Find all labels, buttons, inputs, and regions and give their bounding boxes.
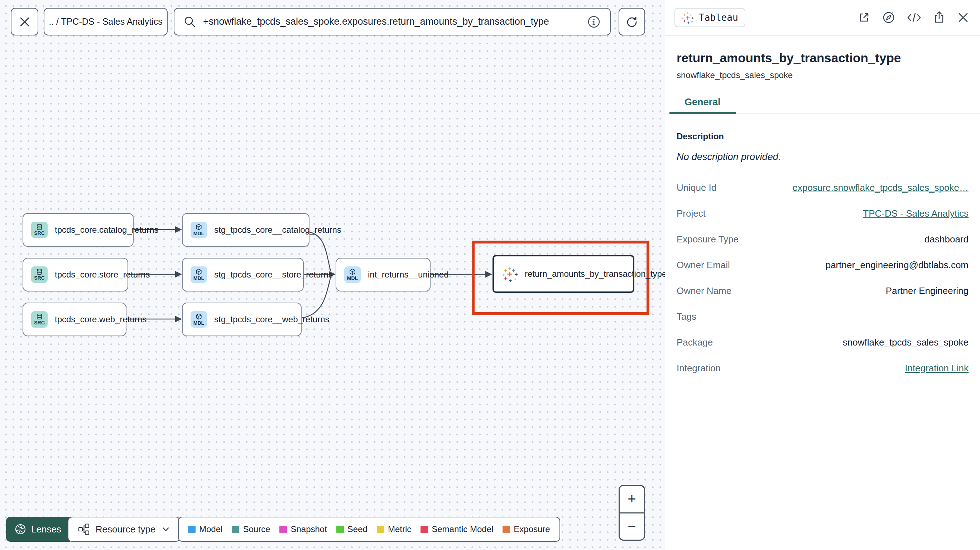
code-button[interactable] xyxy=(907,11,921,24)
cube-icon xyxy=(196,313,202,320)
resource-type-label: Resource type xyxy=(95,524,156,535)
model-badge: MDL xyxy=(344,266,361,283)
search-input[interactable] xyxy=(203,16,580,27)
project-link[interactable]: TPC-DS - Sales Analytics xyxy=(863,208,969,219)
integration-link[interactable]: Integration Link xyxy=(905,363,969,374)
node-stg-store-returns[interactable]: MDL stg_tpcds_core__store_returns xyxy=(182,258,304,291)
node-source-web-returns[interactable]: SRC tpcds_core.web_returns xyxy=(22,302,126,336)
lineage-canvas[interactable]: .. / TPC-DS - Sales Analytics SRC t xyxy=(0,0,665,550)
database-icon xyxy=(36,224,43,230)
field-row-exposure-type: Exposure Type dashboard xyxy=(677,226,969,252)
code-icon xyxy=(907,11,921,24)
refresh-button[interactable] xyxy=(619,8,645,35)
package-subtitle: snowflake_tpcds_sales_spoke xyxy=(677,70,969,80)
model-badge: MDL xyxy=(191,222,207,238)
share-button[interactable] xyxy=(933,11,946,24)
details-panel: + + + + + + + + + Tableau xyxy=(665,0,980,550)
close-icon xyxy=(957,11,969,24)
source-badge: SRC xyxy=(31,222,48,238)
tableau-icon: + + + + + + + + + xyxy=(502,266,517,282)
node-exposure-return-amounts[interactable]: + + + + + + + + + return_amounts_by_tran… xyxy=(493,255,634,293)
resource-legend: Model Source Snapshot Seed Metric Semant… xyxy=(178,517,560,542)
breadcrumb[interactable]: .. / TPC-DS - Sales Analytics xyxy=(44,8,168,35)
node-int-returns-unioned[interactable]: MDL int_returns__unioned xyxy=(336,258,431,291)
metric-swatch xyxy=(377,526,384,533)
legend-item-exposure: Exposure xyxy=(503,524,550,534)
node-source-store-returns[interactable]: SRC tpcds_core.store_returns xyxy=(22,258,128,291)
model-badge: MDL xyxy=(191,266,207,283)
search-icon xyxy=(184,16,196,28)
badge-label: SRC xyxy=(34,320,45,326)
resource-type-icon xyxy=(78,523,90,535)
badge-label: MDL xyxy=(193,320,204,326)
field-row-package: Package snowflake_tpcds_sales_spoke xyxy=(677,329,969,355)
database-icon xyxy=(36,269,43,275)
node-label: stg_tpcds_core__web_returns xyxy=(214,315,329,324)
panel-header: + + + + + + + + + Tableau xyxy=(665,0,980,36)
badge-label: SRC xyxy=(34,230,45,236)
compass-icon xyxy=(882,11,896,24)
chevron-down-icon xyxy=(162,525,170,534)
snapshot-swatch xyxy=(279,526,287,533)
seed-swatch xyxy=(336,526,344,533)
node-label: return_amounts_by_transaction_type xyxy=(525,269,667,279)
legend-item-model: Model xyxy=(188,524,223,534)
lens-aperture-icon xyxy=(15,523,26,535)
field-row-unique-id: Unique Id exposure.snowflake_tpcds_sales… xyxy=(677,175,969,200)
owner-name-value: Partner Engineering xyxy=(886,285,969,296)
panel-tabs: General xyxy=(665,97,980,114)
database-icon xyxy=(36,314,43,320)
package-value: snowflake_tpcds_sales_spoke xyxy=(843,337,969,348)
legend-item-source: Source xyxy=(232,524,270,534)
resource-type-button[interactable]: Resource type xyxy=(68,517,180,542)
exposure-type-value: dashboard xyxy=(924,234,969,245)
badge-label: SRC xyxy=(34,275,45,281)
node-label: tpcds_core.catalog_returns xyxy=(55,225,159,235)
lenses-button[interactable]: Lenses xyxy=(6,517,70,542)
exposure-swatch xyxy=(503,526,510,533)
info-icon[interactable] xyxy=(587,15,601,29)
tab-general[interactable]: General xyxy=(670,97,736,113)
share-icon xyxy=(933,11,946,24)
zoom-out-button[interactable]: − xyxy=(620,513,644,540)
close-lineage-button[interactable] xyxy=(11,8,38,35)
source-badge: SRC xyxy=(31,266,48,283)
node-stg-catalog-returns[interactable]: MDL stg_tpcds_core__catalog_returns xyxy=(182,213,309,247)
page-title: return_amounts_by_transaction_type xyxy=(677,51,969,65)
tableau-badge: + + + + + + + + + Tableau xyxy=(675,8,745,27)
legend-item-seed: Seed xyxy=(336,524,368,534)
lenses-label: Lenses xyxy=(31,524,61,535)
description-text: No description provided. xyxy=(677,151,969,162)
details-fields: Unique Id exposure.snowflake_tpcds_sales… xyxy=(677,175,969,381)
node-source-catalog-returns[interactable]: SRC tpcds_core.catalog_returns xyxy=(22,213,134,247)
field-row-project: Project TPC-DS - Sales Analytics xyxy=(677,200,969,226)
node-label: tpcds_core.web_returns xyxy=(55,315,146,324)
unique-id-link[interactable]: exposure.snowflake_tpcds_sales_spoke… xyxy=(793,182,969,193)
owner-email-value: partner_engineering@dbtlabs.com xyxy=(826,260,969,271)
model-badge: MDL xyxy=(191,311,207,327)
open-in-new-button[interactable] xyxy=(858,11,870,24)
explore-button[interactable] xyxy=(882,11,896,24)
field-row-tags: Tags xyxy=(677,304,969,329)
close-icon xyxy=(19,16,30,27)
legend-item-semantic-model: Semantic Model xyxy=(420,524,493,534)
open-in-new-icon xyxy=(858,11,870,24)
badge-label: MDL xyxy=(347,275,358,281)
lineage-search xyxy=(174,8,611,35)
refresh-icon xyxy=(625,15,639,29)
cube-icon xyxy=(349,269,356,275)
field-row-owner-name: Owner Name Partner Engineering xyxy=(677,278,969,304)
close-panel-button[interactable] xyxy=(957,11,969,24)
node-label: int_returns__unioned xyxy=(368,270,449,280)
node-label: stg_tpcds_core__store_returns xyxy=(214,270,333,280)
breadcrumb-label: .. / TPC-DS - Sales Analytics xyxy=(49,16,162,27)
tableau-badge-label: Tableau xyxy=(699,12,738,23)
legend-item-snapshot: Snapshot xyxy=(279,524,327,534)
zoom-in-button[interactable]: + xyxy=(620,486,644,513)
node-stg-web-returns[interactable]: MDL stg_tpcds_core__web_returns xyxy=(182,302,302,336)
model-swatch xyxy=(188,526,196,533)
field-row-owner-email: Owner Email partner_engineering@dbtlabs.… xyxy=(677,252,969,278)
zoom-controls: + − xyxy=(619,485,645,541)
source-swatch xyxy=(232,526,239,533)
panel-actions xyxy=(858,11,969,24)
